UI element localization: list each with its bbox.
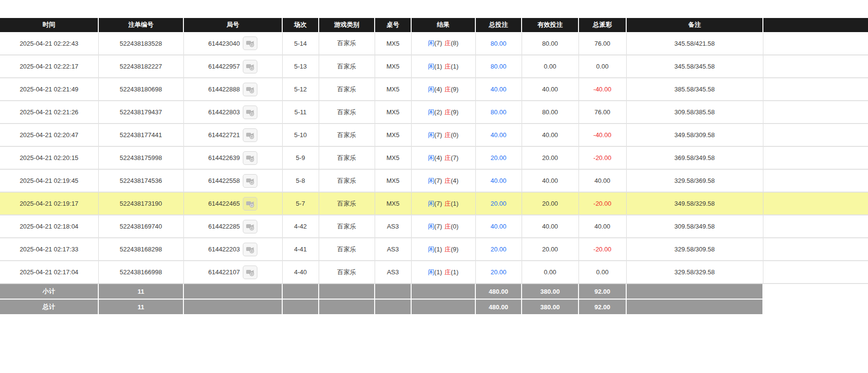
- video-replay-button[interactable]: [243, 128, 257, 142]
- cell-time: 2025-04-21 02:21:26: [0, 101, 98, 124]
- cell-round-number: 614422285: [183, 215, 282, 238]
- cell-filler: [763, 101, 868, 124]
- summary-total-payout: 92.00: [579, 299, 626, 315]
- table-row[interactable]: 2025-04-21 02:17:33522438168298614422203…: [0, 238, 868, 261]
- cell-round-number: 614422888: [183, 78, 282, 101]
- cell-filler: [763, 32, 868, 55]
- cell-filler: [763, 78, 868, 101]
- col-header-result: 结果: [411, 18, 475, 32]
- cell-valid-bet: 40.00: [522, 78, 579, 101]
- summary-valid-bet: 380.00: [522, 284, 579, 299]
- cell-total-payout: 76.00: [579, 101, 626, 124]
- table-row[interactable]: 2025-04-21 02:17:04522438166998614422107…: [0, 261, 868, 284]
- cell-remark: 329.58/329.58: [626, 261, 763, 284]
- video-camera-icon: [246, 223, 254, 231]
- video-replay-button[interactable]: [243, 151, 257, 165]
- result-banker-score: (0): [451, 223, 459, 230]
- cell-game-type: 百家乐: [319, 215, 375, 238]
- cell-total-payout: 0.00: [579, 261, 626, 284]
- video-replay-button[interactable]: [243, 243, 257, 256]
- result-player-label: 闲: [428, 223, 434, 230]
- video-replay-button[interactable]: [243, 266, 257, 279]
- col-header-filler: [763, 18, 868, 32]
- cell-game-type: 百家乐: [319, 169, 375, 192]
- cell-session: 5-9: [282, 146, 319, 169]
- cell-total-payout: -40.00: [579, 78, 626, 101]
- table-row[interactable]: 2025-04-21 02:21:26522438179437614422803…: [0, 101, 868, 124]
- cell-time: 2025-04-21 02:20:47: [0, 124, 98, 146]
- table-row[interactable]: 2025-04-21 02:22:43522438183528614423040…: [0, 32, 868, 55]
- result-player-score: (1): [434, 268, 442, 276]
- round-number-text: 614422285: [208, 223, 240, 230]
- video-replay-button[interactable]: [243, 106, 257, 119]
- video-camera-icon: [246, 63, 254, 71]
- video-camera-icon: [246, 154, 254, 162]
- cell-round-number: 614422803: [183, 101, 282, 124]
- summary-total-bet: 480.00: [475, 299, 522, 315]
- cell-session: 5-13: [282, 55, 319, 78]
- cell-time: 2025-04-21 02:19:45: [0, 169, 98, 192]
- result-player-score: (4): [434, 154, 442, 161]
- result-player-score: (7): [434, 131, 442, 139]
- cell-total-payout: -20.00: [579, 146, 626, 169]
- cell-valid-bet: 20.00: [522, 146, 579, 169]
- subtotal-row: 小计11480.00380.0092.00: [0, 284, 868, 299]
- cell-total-payout: -20.00: [579, 238, 626, 261]
- video-replay-button[interactable]: [243, 174, 257, 188]
- table-row[interactable]: 2025-04-21 02:21:49522438180698614422888…: [0, 78, 868, 101]
- result-player-label: 闲: [428, 39, 434, 47]
- summary-total-bet: 480.00: [475, 284, 522, 299]
- cell-game-type: 百家乐: [319, 124, 375, 146]
- result-banker-label: 庄: [445, 200, 451, 207]
- cell-remark: 345.58/345.58: [626, 55, 763, 78]
- cell-bet-number: 522438182227: [98, 55, 183, 78]
- table-row[interactable]: 2025-04-21 02:19:45522438174536614422558…: [0, 169, 868, 192]
- cell-table-number: AS3: [375, 261, 411, 284]
- video-replay-button[interactable]: [243, 197, 257, 211]
- round-number-text: 614422107: [208, 268, 240, 276]
- cell-table-number: AS3: [375, 215, 411, 238]
- cell-valid-bet: 20.00: [522, 238, 579, 261]
- col-header-valid_bet: 有效投注: [522, 18, 579, 32]
- cell-total-bet: 80.00: [475, 101, 522, 124]
- table-row[interactable]: 2025-04-21 02:19:17522438173190614422465…: [0, 192, 868, 215]
- video-replay-button[interactable]: [243, 60, 257, 73]
- table-row[interactable]: 2025-04-21 02:20:15522438175998614422639…: [0, 146, 868, 169]
- col-header-session: 场次: [282, 18, 319, 32]
- result-banker-score: (9): [451, 86, 459, 93]
- cell-valid-bet: 20.00: [522, 192, 579, 215]
- video-replay-button[interactable]: [243, 83, 257, 96]
- cell-valid-bet: 40.00: [522, 124, 579, 146]
- cell-bet-number: 522438169740: [98, 215, 183, 238]
- result-player-label: 闲: [428, 200, 434, 207]
- cell-round-number: 614422107: [183, 261, 282, 284]
- summary-empty-session: [282, 284, 319, 299]
- cell-round-number: 614422639: [183, 146, 282, 169]
- round-number-wrap: 614422465: [186, 197, 280, 211]
- table-row[interactable]: 2025-04-21 02:18:04522438169740614422285…: [0, 215, 868, 238]
- cell-result: 闲(1)庄(1): [411, 55, 475, 78]
- cell-remark: 309.58/385.58: [626, 101, 763, 124]
- cell-total-bet: 80.00: [475, 55, 522, 78]
- round-number-text: 614422957: [208, 63, 240, 70]
- cell-total-payout: 40.00: [579, 215, 626, 238]
- cell-total-bet: 20.00: [475, 261, 522, 284]
- cell-total-payout: 40.00: [579, 169, 626, 192]
- cell-round-number: 614423040: [183, 32, 282, 55]
- table-row[interactable]: 2025-04-21 02:20:47522438177441614422721…: [0, 124, 868, 146]
- cell-filler: [763, 192, 868, 215]
- cell-total-payout: 76.00: [579, 32, 626, 55]
- result-player-score: (1): [434, 246, 442, 253]
- result-banker-score: (1): [451, 200, 459, 207]
- table-row[interactable]: 2025-04-21 02:22:17522438182227614422957…: [0, 55, 868, 78]
- summary-filler: [763, 299, 868, 315]
- cell-bet-number: 522438173190: [98, 192, 183, 215]
- cell-game-type: 百家乐: [319, 192, 375, 215]
- cell-table-number: MX5: [375, 169, 411, 192]
- round-number-wrap: 614422558: [186, 174, 280, 188]
- col-header-total_bet: 总投注: [475, 18, 522, 32]
- video-replay-button[interactable]: [243, 36, 257, 50]
- video-replay-button[interactable]: [243, 220, 257, 233]
- round-number-text: 614422465: [208, 200, 240, 207]
- result-banker-score: (7): [451, 154, 459, 161]
